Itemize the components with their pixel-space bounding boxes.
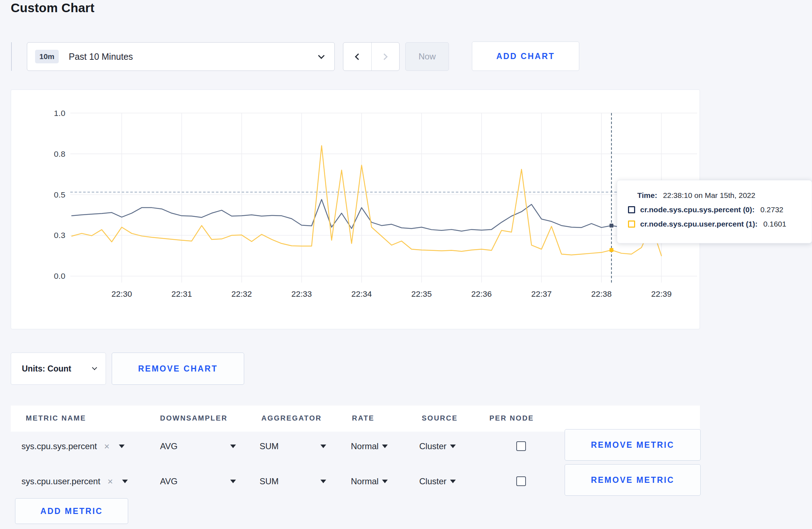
now-button[interactable]: Now (405, 42, 449, 71)
toolbar-divider (11, 42, 12, 71)
svg-text:1.0: 1.0 (54, 108, 66, 118)
col-header-rate: RATE (352, 414, 374, 422)
tooltip-user-label: cr.node.sys.cpu.user.percent (1): (640, 220, 758, 228)
rate-dropdown[interactable]: Normal (351, 429, 388, 464)
caret-down-icon (450, 445, 456, 448)
time-window-nav (343, 42, 400, 71)
svg-text:0.3: 0.3 (54, 231, 66, 240)
add-chart-button[interactable]: ADD CHART (472, 42, 579, 71)
time-range-badge: 10m (35, 50, 59, 63)
source-value: Cluster (419, 441, 446, 451)
downsampler-value: AVG (160, 476, 178, 486)
units-label: Units: Count (22, 364, 71, 374)
svg-text:22:33: 22:33 (291, 289, 312, 299)
clear-metric-icon[interactable]: × (107, 477, 113, 486)
downsampler-dropdown[interactable]: AVG (160, 464, 236, 499)
caret-down-icon (230, 480, 236, 483)
chart-hover-tooltip: Time: 22:38:10 on Mar 15th, 2022 cr.node… (617, 180, 812, 243)
tooltip-sys-label: cr.node.sys.cpu.sys.percent (0): (640, 205, 755, 214)
tooltip-time-label: Time: (637, 191, 657, 200)
time-range-dropdown[interactable]: 10m Past 10 Minutes (27, 42, 335, 71)
caret-down-icon (382, 480, 388, 483)
caret-down-icon (119, 445, 125, 448)
remove-metric-button[interactable]: REMOVE METRIC (565, 464, 701, 496)
svg-text:22:38: 22:38 (591, 289, 612, 299)
remove-chart-button[interactable]: REMOVE CHART (112, 353, 244, 385)
prev-window-button[interactable] (343, 43, 372, 71)
caret-down-icon (230, 445, 236, 448)
metric-name-value: sys.cpu.sys.percent (21, 441, 97, 451)
svg-text:22:34: 22:34 (351, 289, 372, 299)
rate-dropdown[interactable]: Normal (351, 464, 388, 499)
chevron-right-icon (381, 53, 387, 60)
svg-text:22:30: 22:30 (111, 289, 132, 299)
time-range-label: Past 10 Minutes (69, 52, 133, 62)
rate-value: Normal (351, 476, 378, 486)
tooltip-time-value: 22:38:10 on Mar 15th, 2022 (663, 191, 755, 200)
metric-name-dropdown[interactable]: sys.cpu.sys.percent × (21, 429, 125, 464)
remove-metric-button[interactable]: REMOVE METRIC (565, 429, 701, 461)
tooltip-sys-value: 0.2732 (760, 205, 783, 214)
clear-metric-icon[interactable]: × (104, 442, 110, 451)
chevron-down-icon (318, 52, 324, 59)
tooltip-user-row: cr.node.sys.cpu.user.percent (1): 0.1601 (628, 220, 801, 228)
col-header-source: SOURCE (422, 414, 458, 422)
metric-name-dropdown[interactable]: sys.cpu.user.percent × (21, 464, 128, 499)
caret-down-icon (122, 480, 128, 483)
downsampler-value: AVG (160, 441, 178, 451)
sys-series-swatch-icon (628, 206, 635, 213)
tooltip-time-row: Time: 22:38:10 on Mar 15th, 2022 (637, 191, 801, 200)
col-header-metric-name: METRIC NAME (26, 414, 86, 422)
downsampler-dropdown[interactable]: AVG (160, 429, 236, 464)
rate-value: Normal (351, 441, 378, 451)
tooltip-sys-row: cr.node.sys.cpu.sys.percent (0): 0.2732 (628, 205, 801, 214)
aggregator-dropdown[interactable]: SUM (260, 464, 326, 499)
per-node-checkbox[interactable] (516, 441, 526, 451)
chart-card: 0.00.30.50.81.022:3022:3122:3222:3322:34… (11, 89, 700, 329)
user-series-swatch-icon (628, 220, 635, 228)
per-node-checkbox[interactable] (516, 476, 526, 486)
caret-down-icon (320, 445, 326, 448)
cpu-percent-line-chart[interactable]: 0.00.30.50.81.022:3022:3122:3222:3322:34… (11, 90, 700, 329)
caret-down-icon (450, 480, 456, 483)
custom-chart-page: Custom Chart 10m Past 10 Minutes Now ADD… (0, 0, 812, 529)
source-dropdown[interactable]: Cluster (419, 464, 456, 499)
aggregator-value: SUM (260, 441, 279, 451)
metric-name-value: sys.cpu.user.percent (21, 476, 100, 486)
col-header-aggregator: AGGREGATOR (261, 414, 322, 422)
source-value: Cluster (419, 476, 446, 486)
chevron-left-icon (355, 53, 362, 60)
page-title: Custom Chart (11, 1, 95, 15)
svg-text:22:31: 22:31 (171, 289, 192, 299)
col-header-per-node: PER NODE (489, 414, 534, 422)
svg-text:22:37: 22:37 (531, 289, 552, 299)
caret-down-icon (382, 445, 388, 448)
svg-text:22:39: 22:39 (651, 289, 672, 299)
svg-text:22:32: 22:32 (231, 289, 252, 299)
svg-text:22:35: 22:35 (411, 289, 432, 299)
add-metric-button[interactable]: ADD METRIC (15, 498, 128, 524)
chevron-down-icon (92, 365, 97, 370)
tooltip-user-value: 0.1601 (763, 220, 786, 228)
svg-text:0.8: 0.8 (54, 149, 66, 159)
units-dropdown[interactable]: Units: Count (11, 353, 106, 385)
svg-text:0.0: 0.0 (54, 271, 66, 281)
metric-row-sys: sys.cpu.sys.percent × AVG SUM Normal Clu… (11, 429, 700, 464)
aggregator-dropdown[interactable]: SUM (260, 429, 326, 464)
source-dropdown[interactable]: Cluster (419, 429, 456, 464)
svg-text:0.5: 0.5 (54, 190, 66, 199)
metrics-table-header: METRIC NAME DOWNSAMPLER AGGREGATOR RATE … (11, 406, 700, 432)
next-window-button[interactable] (372, 43, 400, 71)
aggregator-value: SUM (260, 476, 279, 486)
caret-down-icon (320, 480, 326, 483)
svg-text:22:36: 22:36 (471, 289, 492, 299)
col-header-downsampler: DOWNSAMPLER (160, 414, 228, 422)
metric-row-user: sys.cpu.user.percent × AVG SUM Normal Cl… (11, 464, 700, 499)
